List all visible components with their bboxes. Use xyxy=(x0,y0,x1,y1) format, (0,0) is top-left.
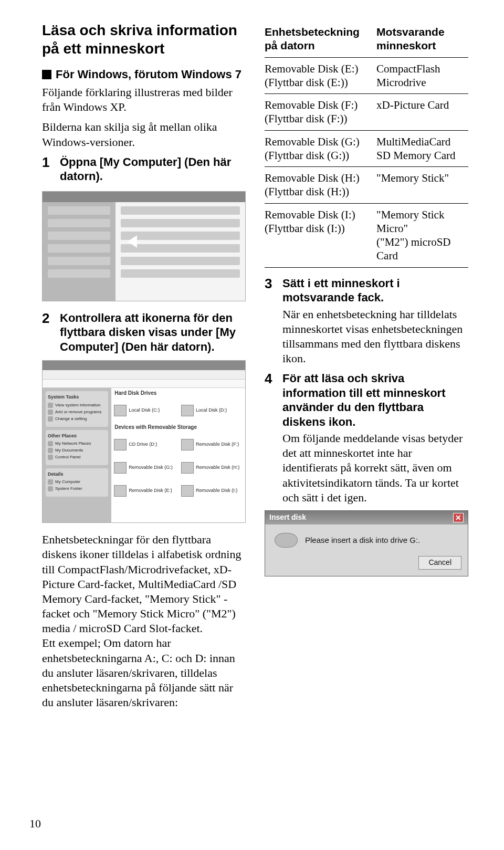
step-2: 2 Kontrollera att ikonerna för den flytt… xyxy=(42,311,246,356)
subhead-text: För Windows, förutom Windows 7 xyxy=(56,68,242,81)
step-1-title: Öppna [My Computer] (Den här datorn). xyxy=(60,155,246,184)
step-4-text: Om följande meddelande visas betyder det… xyxy=(282,431,468,505)
table-header-drive: Enhetsbeteckning på datorn xyxy=(265,21,376,57)
dialog-message: Please insert a disk into drive G:. xyxy=(305,535,420,545)
step-3-title: Sätt i ett minneskort i motsvarande fack… xyxy=(282,276,468,305)
table-row: Removable Disk (I:) (Flyttbar disk (I:))… xyxy=(265,203,468,267)
page-number: 10 xyxy=(29,816,41,831)
cell-card: CompactFlash Microdrive xyxy=(376,57,468,94)
table-row: Removable Disk (E:) (Flyttbar disk (E:))… xyxy=(265,57,468,94)
places-item: Control Panel xyxy=(48,455,106,460)
step-3: 3 Sätt i ett minneskort i motsvarande fa… xyxy=(265,276,468,366)
drive-label: Removable Disk (F:) xyxy=(196,442,239,448)
group-hard-disks: Hard Disk Drives xyxy=(111,388,245,399)
cell-drive: Removable Disk (F:) (Flyttbar disk (F:)) xyxy=(265,94,376,131)
places-item: My Network Places xyxy=(48,441,106,446)
disk-drive-icon xyxy=(114,405,127,416)
screenshot-my-computer: System Tasks View system information Add… xyxy=(42,360,246,523)
intro-1: Följande förklaring illustreras med bild… xyxy=(42,85,246,114)
drive-label: Local Disk (C:) xyxy=(129,407,160,414)
step-3-number: 3 xyxy=(265,276,276,366)
table-row: Removable Disk (G:) (Flyttbar disk (G:))… xyxy=(265,130,468,167)
step-2-title: Kontrollera att ikonerna för den flyttba… xyxy=(60,311,246,354)
table-header-card: Motsvarande minneskort xyxy=(376,21,468,57)
step-1: 1 Öppna [My Computer] (Den här datorn). xyxy=(42,155,246,186)
drive-label: CD Drive (D:) xyxy=(129,442,157,448)
tail-paragraph: Enhetsbeteckningar för den flyttbara dis… xyxy=(42,532,246,710)
disk-drive-icon xyxy=(275,533,298,548)
removable-drive-icon xyxy=(114,485,127,497)
table-row: Removable Disk (F:) (Flyttbar disk (F:))… xyxy=(265,94,468,131)
drive-label: Removable Disk (I:) xyxy=(196,488,237,494)
cancel-button[interactable]: Cancel xyxy=(418,556,461,570)
removable-drive-icon xyxy=(181,485,194,497)
cell-card: xD-Picture Card xyxy=(376,94,468,131)
step-3-text: När en enhetsbeteckning har tilldelats m… xyxy=(282,307,468,366)
section-title: Läsa och skriva information på ett minne… xyxy=(42,21,246,58)
step-4: 4 För att läsa och skriva information ti… xyxy=(265,371,468,505)
table-row: Removable Disk (H:) (Flyttbar disk (H:))… xyxy=(265,167,468,204)
details-item: System Folder xyxy=(48,486,106,491)
intro-2: Bilderna kan skilja sig åt mellan olika … xyxy=(42,120,246,149)
drive-label: Removable Disk (H:) xyxy=(196,465,239,471)
drive-label: Removable Disk (G:) xyxy=(129,465,173,471)
details-item: My Computer xyxy=(48,479,106,485)
removable-drive-icon xyxy=(114,462,127,474)
removable-drive-icon xyxy=(114,439,127,450)
subhead-non-win7: För Windows, förutom Windows 7 xyxy=(42,67,246,82)
places-item: My Documents xyxy=(48,448,106,453)
removable-drive-icon xyxy=(181,439,194,450)
cell-drive: Removable Disk (E:) (Flyttbar disk (E:)) xyxy=(265,57,376,94)
drive-label: Local Disk (D:) xyxy=(196,407,227,414)
tasks-item: Change a setting xyxy=(48,416,106,422)
dialog-title: Insert disk xyxy=(269,513,306,522)
screenshot-start-menu xyxy=(42,191,246,301)
cell-drive: Removable Disk (G:) (Flyttbar disk (G:)) xyxy=(265,130,376,167)
bullet-square-icon xyxy=(42,70,51,79)
cell-card: "Memory Stick Micro" ("M2") microSD Card xyxy=(376,203,468,267)
step-4-number: 4 xyxy=(265,371,276,505)
removable-drive-icon xyxy=(181,462,194,474)
disk-drive-icon xyxy=(181,405,194,416)
details-header: Details xyxy=(48,471,106,478)
tasks-item: View system information xyxy=(48,403,106,408)
close-icon[interactable]: ✕ xyxy=(453,513,464,522)
cell-drive: Removable Disk (I:) (Flyttbar disk (I:)) xyxy=(265,203,376,267)
drive-mapping-table: Enhetsbeteckning på datorn Motsvarande m… xyxy=(265,21,468,268)
step-2-number: 2 xyxy=(42,311,54,356)
tasks-item: Add or remove programs xyxy=(48,410,106,415)
cell-card: "Memory Stick" xyxy=(376,167,468,204)
step-4-title: För att läsa och skriva information till… xyxy=(282,371,468,429)
cell-drive: Removable Disk (H:) (Flyttbar disk (H:)) xyxy=(265,167,376,204)
cell-card: MultiMediaCard SD Memory Card xyxy=(376,130,468,167)
drive-label: Removable Disk (E:) xyxy=(129,488,172,494)
tasks-header: System Tasks xyxy=(48,394,106,401)
insert-disk-dialog: Insert disk ✕ Please insert a disk into … xyxy=(265,510,468,576)
step-1-number: 1 xyxy=(42,155,54,186)
pointer-arrow-icon xyxy=(128,235,137,248)
group-removable: Devices with Removable Storage xyxy=(111,422,245,433)
places-header: Other Places xyxy=(48,433,106,439)
